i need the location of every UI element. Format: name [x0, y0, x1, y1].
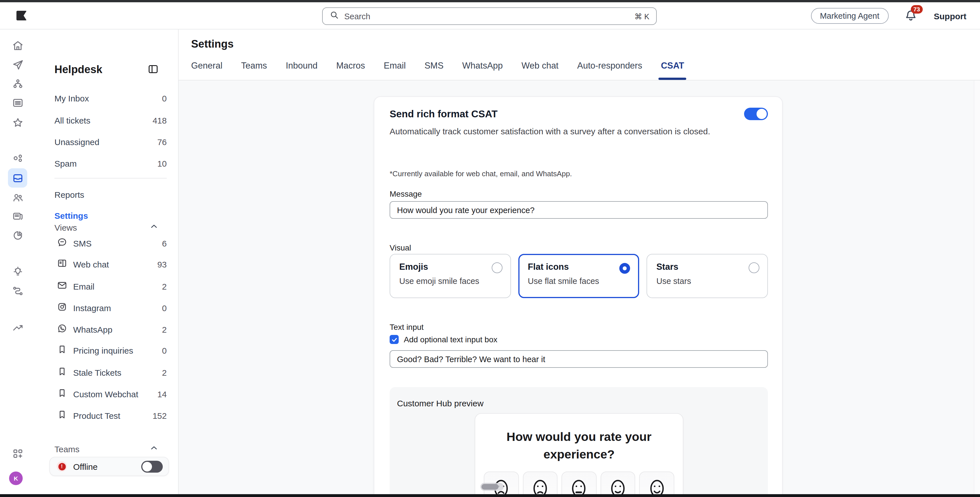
survey-faces-row: [484, 472, 674, 494]
sidebar-item-all-tickets[interactable]: All tickets 418: [54, 112, 167, 129]
visual-label: Visual: [390, 243, 411, 252]
lightbulb-icon[interactable]: [8, 262, 27, 281]
horizontal-scrollbar[interactable]: [480, 483, 504, 491]
sidebar-item-unassigned[interactable]: Unassigned 76: [54, 133, 167, 150]
option-stars[interactable]: Stars Use stars: [647, 254, 768, 298]
global-search[interactable]: ⌘ K: [322, 7, 657, 25]
count-badge: 76: [158, 137, 167, 146]
page-title: Settings: [191, 38, 234, 51]
window-bottom-strip: [0, 494, 980, 497]
send-icon[interactable]: [8, 55, 27, 74]
view-item-stale-tickets[interactable]: Stale Tickets 2: [57, 364, 167, 381]
share-nodes-icon[interactable]: [8, 149, 27, 168]
view-item-sms[interactable]: SMS 6: [57, 235, 167, 252]
radio-unchecked-icon[interactable]: [492, 262, 502, 273]
main-content: Settings General Teams Inbound Macros Em…: [179, 29, 980, 494]
route-icon[interactable]: [8, 281, 27, 300]
star-icon[interactable]: [8, 113, 27, 132]
tab-sms[interactable]: SMS: [425, 60, 444, 80]
view-item-product-test[interactable]: Product Test 152: [57, 407, 167, 424]
search-input[interactable]: [344, 12, 629, 21]
tab-web-chat[interactable]: Web chat: [522, 60, 558, 80]
envelope-icon: [57, 279, 67, 293]
availability-status: Offline: [73, 462, 135, 471]
tab-auto-responders[interactable]: Auto-responders: [578, 60, 642, 80]
view-item-instagram[interactable]: Instagram 0: [57, 299, 167, 316]
csat-enabled-toggle[interactable]: [744, 108, 768, 120]
newspaper-icon[interactable]: [8, 206, 27, 225]
view-item-pricing-inquiries[interactable]: Pricing inquiries 0: [57, 342, 167, 359]
tab-macros[interactable]: Macros: [336, 60, 365, 80]
user-avatar[interactable]: K: [9, 472, 23, 485]
chat-bubble-icon: [57, 237, 67, 249]
settings-tabs: General Teams Inbound Macros Email SMS W…: [191, 60, 684, 80]
support-link[interactable]: Support: [934, 11, 966, 21]
app-logo-icon[interactable]: [16, 11, 27, 21]
sidebar-item-my-inbox[interactable]: My Inbox 0: [54, 89, 167, 106]
webchat-panel-icon: [57, 257, 67, 271]
bookmark-icon: [57, 366, 67, 379]
csat-description: Automatically track customer satisfactio…: [390, 125, 712, 138]
divider: [54, 178, 167, 178]
hierarchy-icon[interactable]: [8, 74, 27, 94]
users-icon[interactable]: [8, 187, 27, 207]
vertical-scrollbar-track[interactable]: [974, 81, 980, 494]
face-very-happy-button[interactable]: [640, 472, 674, 494]
settings-header: Settings General Teams Inbound Macros Em…: [179, 29, 980, 81]
marketing-agent-button[interactable]: Marketing Agent: [811, 8, 888, 24]
face-happy-button[interactable]: [601, 472, 635, 494]
chevron-up-icon[interactable]: [149, 443, 159, 455]
inbox-icon[interactable]: [8, 168, 27, 187]
tab-inbound[interactable]: Inbound: [286, 60, 318, 80]
option-emojis[interactable]: Emojis Use emoji smile faces: [390, 254, 511, 298]
home-icon[interactable]: [8, 36, 27, 55]
tab-general[interactable]: General: [191, 60, 222, 80]
radio-unchecked-icon[interactable]: [749, 262, 759, 273]
survey-question: How would you rate your experience?: [500, 429, 659, 463]
trending-up-icon[interactable]: [8, 318, 27, 337]
document-icon[interactable]: [8, 93, 27, 112]
message-input[interactable]: [390, 201, 768, 219]
teams-section-header[interactable]: Teams: [54, 442, 159, 456]
pie-chart-icon[interactable]: [8, 225, 27, 245]
view-item-custom-webchat[interactable]: Custom Webchat 14: [57, 385, 167, 402]
bookmark-icon: [57, 409, 67, 422]
preview-label: Customer Hub preview: [397, 399, 484, 408]
csat-card: Send rich format CSAT Automatically trac…: [374, 96, 783, 494]
face-happy-icon: [610, 479, 625, 494]
face-sad-button[interactable]: [523, 472, 557, 494]
notifications-button[interactable]: 73: [904, 8, 918, 23]
count-badge: 10: [158, 159, 167, 168]
tab-csat[interactable]: CSAT: [661, 60, 684, 80]
view-item-whatsapp[interactable]: WhatsApp 2: [57, 321, 167, 338]
optional-text-checkbox-row[interactable]: Add optional text input box: [390, 335, 497, 344]
sidebar-item-reports[interactable]: Reports: [54, 186, 167, 203]
tab-whatsapp[interactable]: WhatsApp: [462, 60, 503, 80]
collapse-sidebar-icon[interactable]: [148, 64, 159, 77]
survey-preview-card: How would you rate your experience?: [475, 413, 683, 494]
chevron-up-icon[interactable]: [149, 221, 159, 233]
view-item-web-chat[interactable]: Web chat 93: [57, 256, 167, 273]
whatsapp-icon: [57, 323, 67, 336]
visual-options: Emojis Use emoji smile faces Flat icons …: [390, 254, 768, 298]
availability-card: ! Offline: [49, 457, 169, 476]
apps-grid-plus-icon[interactable]: [8, 444, 27, 463]
option-flat-icons[interactable]: Flat icons Use flat smile faces: [518, 254, 639, 298]
radio-checked-icon[interactable]: [620, 263, 630, 274]
csat-availability-note: *Currently available for web chat, email…: [390, 170, 572, 178]
bookmark-icon: [57, 344, 67, 357]
tab-teams[interactable]: Teams: [241, 60, 267, 80]
sidebar-item-spam[interactable]: Spam 10: [54, 155, 167, 172]
face-very-happy-icon: [649, 479, 664, 494]
helpdesk-sidebar: Helpdesk My Inbox 0 All tickets 418 Unas…: [35, 29, 179, 494]
offline-alert-icon: !: [57, 461, 67, 472]
checkbox-checked-icon[interactable]: [390, 335, 399, 344]
tab-email[interactable]: Email: [383, 60, 406, 80]
face-neutral-icon: [571, 479, 587, 494]
face-neutral-button[interactable]: [562, 472, 597, 494]
views-section-header[interactable]: Views: [54, 221, 159, 234]
search-icon: [329, 10, 339, 22]
availability-toggle[interactable]: [141, 460, 163, 472]
view-item-email[interactable]: Email 2: [57, 278, 167, 295]
optional-text-input[interactable]: [390, 350, 768, 368]
